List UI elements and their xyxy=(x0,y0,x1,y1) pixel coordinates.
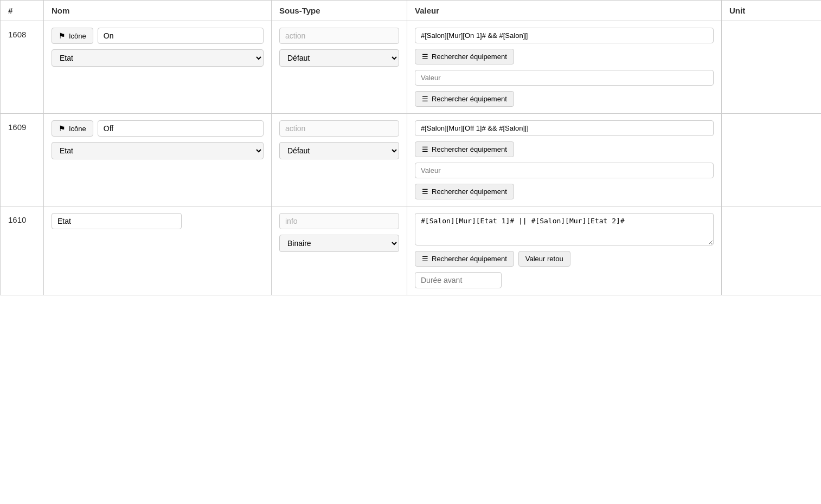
flag-icon: ⚑ xyxy=(59,31,66,40)
binaire-select-1610[interactable]: Binaire xyxy=(279,235,399,252)
row-id-1610: 1610 xyxy=(1,206,44,295)
flag-icon-1609: ⚑ xyxy=(59,124,66,133)
col-header-num: # xyxy=(1,1,44,21)
search-btn-label-1610: Rechercher équipement xyxy=(432,255,507,263)
valeur-placeholder-1609[interactable] xyxy=(415,163,714,178)
search-btn-1-label-1609: Rechercher équipement xyxy=(432,145,507,153)
search-button-2-1608[interactable]: ☰ Rechercher équipement xyxy=(415,91,514,107)
valeur-retour-label-1610: Valeur retou xyxy=(525,255,563,263)
valeur-placeholder-1608[interactable] xyxy=(415,70,714,86)
list-icon-3: ☰ xyxy=(422,145,428,153)
icon-button-1608[interactable]: ⚑ Icône xyxy=(52,28,93,44)
nom-cell-1609: ⚑ Icône Etat xyxy=(44,114,272,206)
row-id-1608: 1608 xyxy=(1,21,44,114)
defaut-select-1609[interactable]: Défaut xyxy=(279,142,399,159)
unit-cell-1609 xyxy=(722,114,822,206)
sous-cell-1608: action Défaut xyxy=(272,21,407,114)
unit-cell-1610 xyxy=(722,206,822,295)
search-button-1-1608[interactable]: ☰ Rechercher équipement xyxy=(415,49,514,64)
table-row: 1609 ⚑ Icône Etat xyxy=(1,114,822,206)
valeur-textarea-1610[interactable]: #[Salon][Mur][Etat 1]# || #[Salon][Mur][… xyxy=(415,213,714,245)
list-icon-1: ☰ xyxy=(422,53,428,61)
search-btn-1-label-1608: Rechercher équipement xyxy=(432,53,507,61)
defaut-select-1608[interactable]: Défaut xyxy=(279,49,399,67)
etat-plain-1610[interactable] xyxy=(52,213,182,229)
search-button-1-1609[interactable]: ☰ Rechercher équipement xyxy=(415,141,514,157)
valeur-cell-1608: ☰ Rechercher équipement ☰ Rechercher équ… xyxy=(407,21,722,114)
search-btn-2-label-1609: Rechercher équipement xyxy=(432,188,507,196)
row-id-1609: 1609 xyxy=(1,114,44,206)
table-row: 1608 ⚑ Icône Etat xyxy=(1,21,822,114)
valeur-cell-1609: ☰ Rechercher équipement ☰ Rechercher équ… xyxy=(407,114,722,206)
list-icon-4: ☰ xyxy=(422,188,428,196)
col-header-valeur: Valeur xyxy=(407,1,722,21)
duree-input-1610[interactable] xyxy=(415,272,502,288)
col-header-unit: Unit xyxy=(722,1,822,21)
etat-select-1608[interactable]: Etat xyxy=(52,49,264,67)
nom-cell-1610 xyxy=(44,206,272,295)
search-btn-2-label-1608: Rechercher équipement xyxy=(432,95,507,103)
main-table-wrapper: # Nom Sous-Type Valeur Unit 1608 ⚑ Icône xyxy=(0,0,821,295)
icon-button-label-1609: Icône xyxy=(69,125,86,133)
sous-placeholder-1610: info xyxy=(279,213,399,229)
name-input-1609[interactable] xyxy=(98,120,264,137)
sous-cell-1609: action Défaut xyxy=(272,114,407,206)
icon-button-1609[interactable]: ⚑ Icône xyxy=(52,120,93,137)
sous-cell-1610: info Binaire xyxy=(272,206,407,295)
col-header-nom: Nom xyxy=(44,1,272,21)
list-icon-5: ☰ xyxy=(422,255,428,263)
valeur-input-top-1609[interactable] xyxy=(415,120,714,136)
sous-placeholder-1608: action xyxy=(279,28,399,44)
search-button-2-1609[interactable]: ☰ Rechercher équipement xyxy=(415,184,514,199)
data-table: # Nom Sous-Type Valeur Unit 1608 ⚑ Icône xyxy=(0,0,821,295)
col-header-sous: Sous-Type xyxy=(272,1,407,21)
table-row: 1610 info Binaire #[Sal xyxy=(1,206,822,295)
icon-button-label-1608: Icône xyxy=(69,32,86,40)
search-button-1610[interactable]: ☰ Rechercher équipement xyxy=(415,251,514,267)
valeur-input-top-1608[interactable] xyxy=(415,28,714,43)
valeur-cell-1610: #[Salon][Mur][Etat 1]# || #[Salon][Mur][… xyxy=(407,206,722,295)
unit-cell-1608 xyxy=(722,21,822,114)
nom-cell-1608: ⚑ Icône Etat xyxy=(44,21,272,114)
etat-select-1609[interactable]: Etat xyxy=(52,142,264,159)
valeur-retour-button-1610[interactable]: Valeur retou xyxy=(518,251,570,267)
sous-placeholder-1609: action xyxy=(279,120,399,137)
name-input-1608[interactable] xyxy=(98,28,264,44)
list-icon-2: ☰ xyxy=(422,95,428,103)
